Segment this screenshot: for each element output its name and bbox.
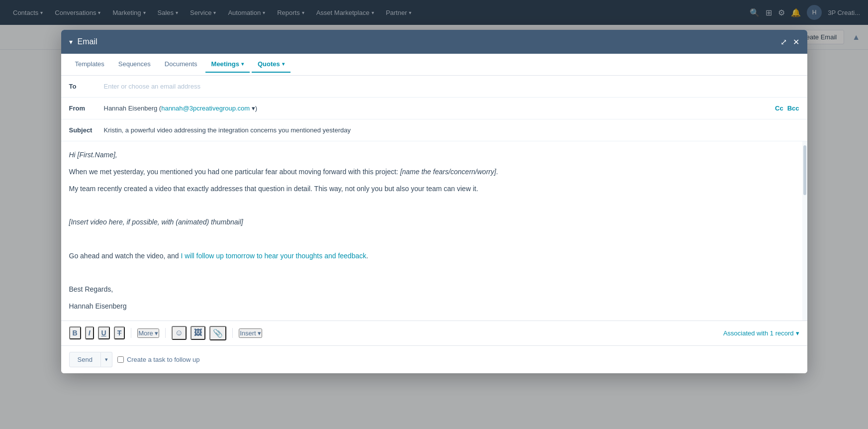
- modal-header-actions: ⤢ ✕: [780, 37, 799, 47]
- email-compose-modal: ▾ Email ⤢ ✕ Templates Sequences Document…: [61, 30, 807, 50]
- modal-overlay: ▾ Email ⤢ ✕ Templates Sequences Document…: [0, 0, 868, 50]
- close-icon[interactable]: ✕: [793, 37, 799, 47]
- pin-icon[interactable]: ⤢: [780, 37, 787, 47]
- modal-header: ▾ Email ⤢ ✕: [61, 30, 807, 50]
- modal-title: Email: [78, 37, 775, 46]
- modal-collapse-chevron[interactable]: ▾: [69, 38, 73, 46]
